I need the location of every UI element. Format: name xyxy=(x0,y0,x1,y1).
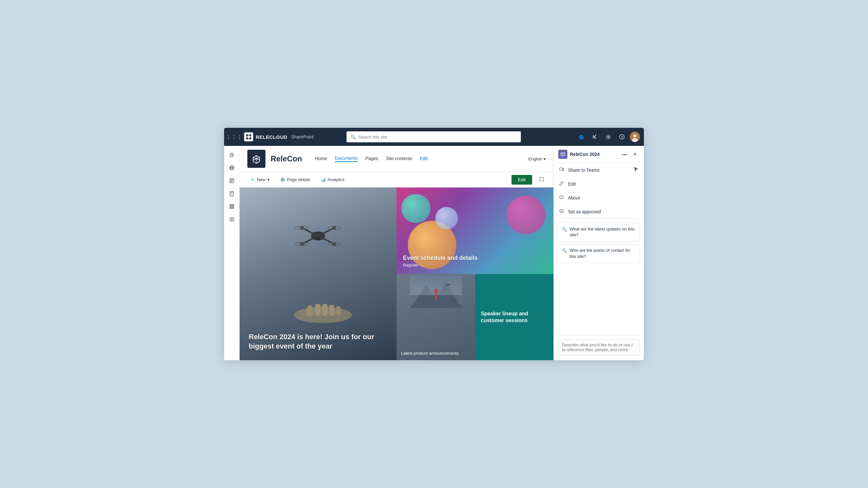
svg-rect-27 xyxy=(229,205,234,205)
search-suggestion-icon-0: 🔍 xyxy=(562,227,567,232)
sidebar-page-button[interactable] xyxy=(226,188,238,199)
svg-point-61 xyxy=(434,289,438,293)
back-button[interactable] xyxy=(589,131,600,143)
hero-event-text: Event schedule and details Register → xyxy=(403,255,547,267)
site-nav: Home Documents Pages Site contents Edit xyxy=(315,156,428,162)
svg-rect-24 xyxy=(230,191,234,196)
set-approved-button[interactable]: Set as approved xyxy=(554,205,644,219)
svg-rect-9 xyxy=(593,135,594,139)
waffle-menu-button[interactable]: ⋮⋮⋮ xyxy=(228,131,240,143)
panel-menu: Share to Teams Edi xyxy=(554,163,644,219)
share-to-teams-label: Share to Teams xyxy=(568,167,600,173)
svg-rect-54 xyxy=(315,304,321,316)
svg-point-65 xyxy=(562,154,563,155)
bubble-blue xyxy=(435,207,458,229)
sidebar xyxy=(224,146,240,360)
panel-more-button[interactable]: ••• xyxy=(620,150,629,159)
suggestion-item-0[interactable]: 🔍 What are the latest updates on this si… xyxy=(558,223,640,241)
svg-rect-63 xyxy=(445,284,451,286)
user-avatar[interactable] xyxy=(630,132,640,142)
about-button[interactable]: i About xyxy=(554,191,644,205)
gear-icon: ⚙️ xyxy=(280,177,285,182)
svg-text:?: ? xyxy=(621,135,623,139)
site-header: ReleCon Home Documents Pages Site conten… xyxy=(240,146,554,172)
search-input[interactable] xyxy=(359,135,517,139)
hero-announcements-panel[interactable]: Latest product announcements xyxy=(397,274,475,360)
suggestion-item-1[interactable]: 🔍 Who are the points of contact for this… xyxy=(558,244,640,263)
bubble-pink xyxy=(507,196,546,234)
share-teams-icon xyxy=(559,167,564,173)
panel-ai-input[interactable] xyxy=(558,339,640,356)
sidebar-home-button[interactable] xyxy=(226,149,238,161)
hero-main-panel: ReleCon 2024 is here! Join us for our bi… xyxy=(240,188,397,360)
nav-site-contents[interactable]: Site contents xyxy=(386,156,412,162)
svg-point-46 xyxy=(300,226,304,230)
help-button[interactable]: ? xyxy=(616,131,628,143)
panel-teams-icon xyxy=(558,150,567,159)
search-suggestion-icon-1: 🔍 xyxy=(562,248,567,254)
brand-name: RELECLOUD xyxy=(256,134,287,140)
svg-point-51 xyxy=(317,237,319,239)
drone-illustration xyxy=(289,213,347,260)
svg-rect-57 xyxy=(336,306,341,316)
svg-rect-29 xyxy=(229,208,234,209)
svg-rect-66 xyxy=(560,168,563,170)
sidebar-list-button[interactable] xyxy=(226,201,238,213)
sidebar-content-button[interactable] xyxy=(226,175,238,187)
edit-button[interactable]: Edit xyxy=(512,175,532,185)
share-to-teams-button[interactable]: Share to Teams xyxy=(554,163,644,177)
svg-rect-62 xyxy=(435,293,437,300)
nav-pages[interactable]: Pages xyxy=(366,156,378,162)
site-logo xyxy=(247,150,266,168)
edit-menu-button[interactable]: Edit xyxy=(554,177,644,191)
hero-main-title: ReleCon 2024 is here! Join us for our bi… xyxy=(249,332,388,351)
fullscreen-button[interactable] xyxy=(537,175,546,184)
suggestion-text-1: Who are the points of contact for this s… xyxy=(569,248,636,259)
brand-logo-icon xyxy=(244,132,253,141)
hand-illustration xyxy=(249,299,397,325)
site-title: ReleCon xyxy=(271,154,302,163)
panel-close-button[interactable]: ✕ xyxy=(630,150,640,159)
dropdown-icon: ▾ xyxy=(268,177,270,182)
translate-button[interactable]: 🌐 xyxy=(576,131,587,143)
svg-point-14 xyxy=(633,134,637,137)
approved-icon xyxy=(559,208,564,215)
panel-suggestions: 🔍 What are the latest updates on this si… xyxy=(554,219,644,335)
plus-icon: ＋ xyxy=(250,176,255,183)
nav-documents[interactable]: Documents xyxy=(335,156,358,162)
set-approved-label: Set as approved xyxy=(568,209,601,214)
hero-grid: ReleCon 2024 is here! Join us for our bi… xyxy=(240,188,554,360)
svg-point-10 xyxy=(608,136,609,137)
nav-edit[interactable]: Edit xyxy=(420,156,428,162)
settings-button[interactable] xyxy=(602,131,614,143)
search-bar[interactable]: 🔍 xyxy=(346,131,521,142)
sidebar-globe-button[interactable] xyxy=(226,162,238,174)
hero-speaker-title: Speaker lineup and customer sessions xyxy=(481,310,548,324)
right-panel: ReleCon 2024 ••• ✕ Share to Teams xyxy=(554,146,644,360)
chart-icon: 📊 xyxy=(321,177,326,182)
svg-point-48 xyxy=(300,242,304,246)
svg-point-49 xyxy=(332,242,336,246)
new-button[interactable]: ＋ New ▾ xyxy=(247,174,272,185)
page-details-label: Page details xyxy=(287,177,310,182)
sidebar-add-button[interactable] xyxy=(226,214,238,225)
logo-area: RELECLOUD SharePoint xyxy=(244,132,314,141)
edit-menu-label: Edit xyxy=(568,182,576,187)
svg-marker-68 xyxy=(634,167,638,172)
language-selector[interactable]: English ▾ xyxy=(528,157,546,161)
hero-event-title: Event schedule and details xyxy=(403,255,547,261)
hero-event-link[interactable]: Register → xyxy=(403,263,547,267)
analytics-button[interactable]: 📊 Analytics xyxy=(318,175,347,184)
panel-header-actions: ••• ✕ xyxy=(620,150,640,159)
language-label: English xyxy=(528,157,542,161)
nav-home[interactable]: Home xyxy=(315,156,327,162)
svg-rect-53 xyxy=(307,305,313,317)
main-area: ReleCon Home Documents Pages Site conten… xyxy=(224,146,644,360)
edit-icon xyxy=(559,181,564,187)
page-content: ReleCon Home Documents Pages Site conten… xyxy=(240,146,554,360)
toolbar: ＋ New ▾ ⚙️ Page details 📊 Analytics Edit xyxy=(240,172,554,188)
chevron-down-icon: ▾ xyxy=(544,157,546,161)
page-details-button[interactable]: ⚙️ Page details xyxy=(277,175,313,184)
hero-speaker-panel[interactable]: Speaker lineup and customer sessions xyxy=(475,274,554,360)
hero-event-panel[interactable]: Event schedule and details Register → xyxy=(397,188,554,274)
